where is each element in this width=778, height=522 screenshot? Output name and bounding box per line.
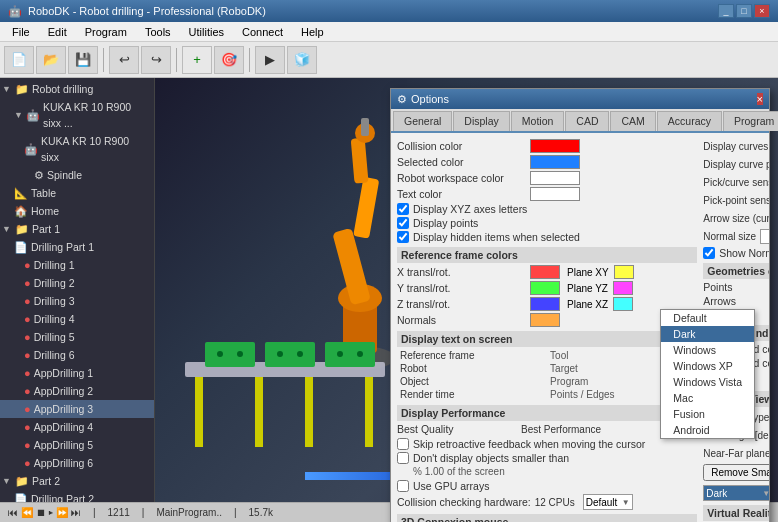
tree-appdrilling1[interactable]: ● AppDrilling 1 — [0, 364, 154, 382]
show-normals-checkbox[interactable] — [703, 247, 715, 259]
collision-color-swatch[interactable] — [530, 139, 580, 153]
btn-open[interactable]: 📂 — [36, 46, 66, 74]
tree-item-robot-drilling[interactable]: ▼ 📁 Robot drilling — [0, 80, 154, 98]
collision-hw-dropdown[interactable]: Default ▼ — [583, 494, 633, 510]
theme-option-fusion[interactable]: Fusion — [661, 406, 754, 422]
btn-add[interactable]: + — [182, 46, 212, 74]
tree-drilling6[interactable]: ● Drilling 6 — [0, 346, 154, 364]
theme-option-default[interactable]: Default — [661, 310, 754, 326]
tree-kuka-robot[interactable]: 🤖 KUKA KR 10 R900 sixx — [0, 132, 154, 166]
menu-edit[interactable]: Edit — [40, 24, 75, 40]
tree-part2[interactable]: ▼ 📁 Part 2 — [0, 472, 154, 490]
robot-icon: 🤖 — [24, 141, 38, 157]
tree-home[interactable]: 🏠 Home — [0, 202, 154, 220]
menu-help[interactable]: Help — [293, 24, 332, 40]
gpu-checkbox[interactable] — [397, 480, 409, 492]
tree-label: AppDrilling 6 — [34, 455, 94, 471]
tree-appdrilling2[interactable]: ● AppDrilling 2 — [0, 382, 154, 400]
tree-part1[interactable]: ▼ 📁 Part 1 — [0, 220, 154, 238]
tab-cad[interactable]: CAD — [565, 111, 609, 131]
theme-option-windows[interactable]: Windows — [661, 342, 754, 358]
normal-size-input[interactable] — [760, 229, 769, 244]
skip-retro-checkbox[interactable] — [397, 438, 409, 450]
dtos-cell-ref: Reference frame — [397, 349, 547, 362]
maximize-button[interactable]: □ — [736, 4, 752, 18]
btn-run[interactable]: ▶ — [255, 46, 285, 74]
tab-display[interactable]: Display — [453, 111, 509, 131]
display-points-checkbox[interactable] — [397, 217, 409, 229]
tree-appdrilling5[interactable]: ● AppDrilling 5 — [0, 436, 154, 454]
btn-target[interactable]: 🎯 — [214, 46, 244, 74]
tree-drilling5[interactable]: ● Drilling 5 — [0, 328, 154, 346]
btn-save[interactable]: 💾 — [68, 46, 98, 74]
tab-general[interactable]: General — [393, 111, 452, 131]
tree-drilling3[interactable]: ● Drilling 3 — [0, 292, 154, 310]
svg-point-18 — [277, 351, 283, 357]
menu-program[interactable]: Program — [77, 24, 135, 40]
tree-drilling1[interactable]: ● Drilling 1 — [0, 256, 154, 274]
z-transl-swatch[interactable] — [530, 297, 560, 311]
tree-kuka-group[interactable]: ▼ 🤖 KUKA KR 10 R900 sixx ... — [0, 98, 154, 132]
tree-arrow: ▼ — [2, 81, 12, 97]
btn-new[interactable]: 📄 — [4, 46, 34, 74]
btn-cube[interactable]: 🧊 — [287, 46, 317, 74]
plane-xz-swatch[interactable] — [613, 297, 633, 311]
workspace-color-row: Robot workspace color — [397, 171, 697, 185]
tree-appdrilling3[interactable]: ● AppDrilling 3 — [0, 400, 154, 418]
tree-drilling2[interactable]: ● Drilling 2 — [0, 274, 154, 292]
tab-program[interactable]: Program — [723, 111, 778, 131]
menu-connect[interactable]: Connect — [234, 24, 291, 40]
menu-file[interactable]: File — [4, 24, 38, 40]
tree-drilling-part1[interactable]: 📄 Drilling Part 1 — [0, 238, 154, 256]
tree-label: Robot drilling — [32, 81, 93, 97]
tree-table[interactable]: 📐 Table — [0, 184, 154, 202]
menu-tools[interactable]: Tools — [137, 24, 179, 40]
tree-appdrilling6[interactable]: ● AppDrilling 6 — [0, 454, 154, 472]
display-hidden-label: Display hidden items when selected — [413, 231, 580, 243]
status-play-btn[interactable]: ⏮ ⏪ ⏹ ▶ ⏩ ⏭ — [8, 507, 81, 518]
tab-accuracy[interactable]: Accuracy — [657, 111, 722, 131]
theme-option-windows-xp[interactable]: Windows XP — [661, 358, 754, 374]
display-hidden-checkbox[interactable] — [397, 231, 409, 243]
theme-option-android[interactable]: Android — [661, 422, 754, 438]
plane-xy-swatch[interactable] — [614, 265, 634, 279]
theme-option-dark[interactable]: Dark — [661, 326, 754, 342]
minimize-button[interactable]: _ — [718, 4, 734, 18]
close-button[interactable]: × — [754, 4, 770, 18]
dark-theme-selected[interactable]: Dark ▼ — [703, 485, 769, 501]
tree-spindle[interactable]: ⚙ Spindle — [0, 166, 154, 184]
display-xy-checkbox[interactable] — [397, 203, 409, 215]
menu-utilities[interactable]: Utilities — [181, 24, 232, 40]
tree-label: Drilling Part 2 — [31, 491, 94, 502]
remove-small-button[interactable]: Remove Small Objects ... — [703, 464, 769, 481]
x-transl-label: X transl/rot. — [397, 266, 527, 278]
y-transl-swatch[interactable] — [530, 281, 560, 295]
dialog-title-bar: ⚙ Options × — [391, 89, 769, 109]
tree-appdrilling4[interactable]: ● AppDrilling 4 — [0, 418, 154, 436]
theme-option-mac[interactable]: Mac — [661, 390, 754, 406]
tab-motion[interactable]: Motion — [511, 111, 565, 131]
text-color-swatch[interactable] — [530, 187, 580, 201]
btn-undo[interactable]: ↩ — [109, 46, 139, 74]
x-transl-row: X transl/rot. Plane XY — [397, 265, 697, 279]
tree-drilling4[interactable]: ● Drilling 4 — [0, 310, 154, 328]
tree-drilling-part2[interactable]: 📄 Drilling Part 2 — [0, 490, 154, 502]
svg-rect-5 — [351, 138, 369, 184]
workspace-color-swatch[interactable] — [530, 171, 580, 185]
dialog-close-button[interactable]: × — [757, 93, 763, 105]
app-drill-icon: ● — [24, 455, 31, 471]
dtos-title: Display text on screen — [397, 331, 697, 347]
selected-color-swatch[interactable] — [530, 155, 580, 169]
btn-redo[interactable]: ↪ — [141, 46, 171, 74]
status-separator2: | — [142, 507, 145, 518]
normals-swatch[interactable] — [530, 313, 560, 327]
theme-option-windows-vista[interactable]: Windows Vista — [661, 374, 754, 390]
plane-yz-swatch[interactable] — [613, 281, 633, 295]
robot-icon: 🤖 — [26, 107, 40, 123]
dont-display-checkbox[interactable] — [397, 452, 409, 464]
svg-point-21 — [357, 351, 363, 357]
tab-cam[interactable]: CAM — [610, 111, 655, 131]
remove-small-row: Remove Small Objects ... — [703, 464, 769, 481]
app-title: 🤖 RoboDK - Robot drilling - Professional… — [8, 5, 266, 18]
x-transl-swatch[interactable] — [530, 265, 560, 279]
